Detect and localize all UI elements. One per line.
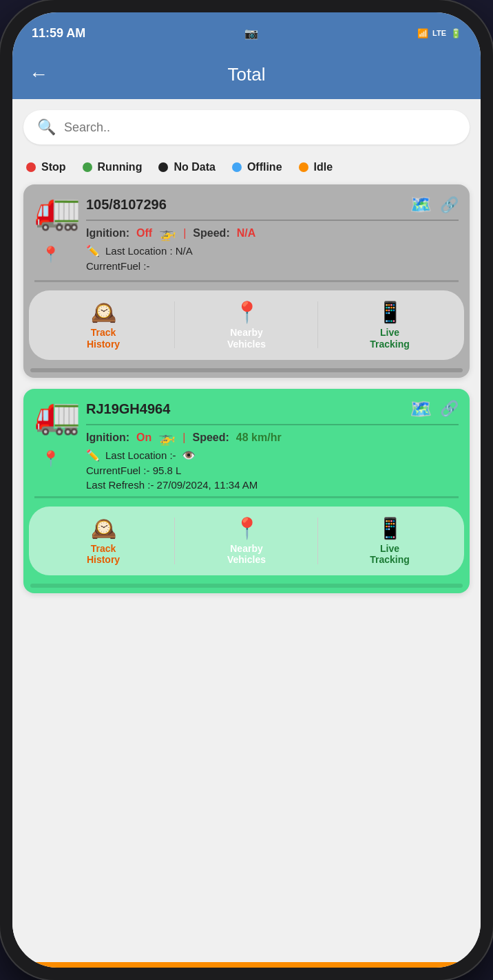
speed-val-2: 48 km/hr bbox=[236, 432, 282, 444]
search-input[interactable] bbox=[64, 120, 456, 135]
vehicle-id-1: 105/8107296 bbox=[86, 197, 167, 213]
nodata-dot bbox=[158, 162, 168, 172]
share-icon-1[interactable]: 🔗 bbox=[440, 196, 459, 214]
location-row-2: ✏️ Last Location :- 👁️ bbox=[86, 449, 459, 462]
vehicle-id-2: RJ19GH4964 bbox=[86, 401, 170, 417]
phone-screen: 11:59 AM 📷 📶 LTE 🔋 ← Total 🔍 bbox=[12, 12, 481, 968]
card-body-1: 🚛📍 105/8107296 🗺️ 🔗 bbox=[23, 184, 470, 275]
vehicle-card-1: 🚛📍 105/8107296 🗺️ 🔗 bbox=[23, 184, 470, 378]
stop-dot bbox=[26, 162, 36, 172]
fuel-row-1: CurrentFuel :- bbox=[86, 260, 459, 272]
app-header: ← Total bbox=[12, 54, 481, 99]
legend-stop: Stop bbox=[26, 161, 66, 173]
wifi-icon: 📶 bbox=[417, 28, 428, 39]
status-right-icons: 📶 LTE 🔋 bbox=[417, 28, 461, 39]
card-body-2: 🚛📍 RJ19GH4964 🗺️ 🔗 bbox=[23, 389, 470, 491]
truck-icon-2: 🚛📍 bbox=[34, 393, 81, 479]
search-icon: 🔍 bbox=[37, 118, 56, 136]
card-action-icons-2: 🗺️ 🔗 bbox=[410, 398, 459, 420]
location-row-1: ✏️ Last Location : N/A bbox=[86, 244, 459, 257]
status-time: 11:59 AM bbox=[32, 26, 85, 41]
phone-frame: 11:59 AM 📷 📶 LTE 🔋 ← Total 🔍 bbox=[0, 0, 493, 980]
divider-2 bbox=[86, 424, 459, 425]
edit-icon-1[interactable]: ✏️ bbox=[86, 244, 100, 257]
speed-label-1: Speed: bbox=[193, 227, 229, 239]
running-dot bbox=[83, 162, 92, 172]
track-history-icon-1: 🕰️ bbox=[91, 300, 116, 324]
bottom-accent-2 bbox=[30, 584, 463, 588]
helicopter-icon-1: 🚁 bbox=[159, 225, 176, 242]
vehicle-card-2: 🚛📍 RJ19GH4964 🗺️ 🔗 bbox=[23, 389, 470, 594]
legend-offline: Offline bbox=[232, 161, 282, 173]
nearby-vehicles-btn-2[interactable]: 📍 NearbyVehicles bbox=[175, 512, 318, 571]
track-history-btn-1[interactable]: 🕰️ TrackHistory bbox=[32, 296, 175, 354]
eye-icon-2[interactable]: 👁️ bbox=[182, 449, 196, 462]
offline-label: Offline bbox=[247, 161, 282, 173]
live-tracking-icon-2: 📱 bbox=[377, 516, 403, 540]
fuel-row-2: CurrentFuel :- 95.8 L bbox=[86, 465, 459, 476]
bottom-bar bbox=[12, 962, 481, 968]
last-location-2: Last Location :- bbox=[105, 449, 176, 461]
ignition-label-1: Ignition: bbox=[86, 227, 129, 239]
status-legend: Stop Running No Data Offline Idle bbox=[23, 156, 470, 184]
share-icon-2[interactable]: 🔗 bbox=[440, 400, 459, 418]
ignition-val-2: On bbox=[136, 432, 151, 444]
legend-running: Running bbox=[83, 161, 143, 173]
battery-icon: 🔋 bbox=[450, 28, 461, 39]
truck-icon-1: 🚛📍 bbox=[34, 189, 81, 275]
current-fuel-1: CurrentFuel :- bbox=[86, 260, 150, 272]
ignition-label-2: Ignition: bbox=[86, 432, 129, 444]
offline-dot bbox=[232, 162, 242, 172]
track-history-label-1: TrackHistory bbox=[87, 327, 120, 350]
nearby-icon-1: 📍 bbox=[234, 300, 260, 324]
card-divider-1 bbox=[34, 280, 459, 282]
running-label: Running bbox=[98, 161, 143, 173]
ignition-row-2: Ignition: On 🚁 | Speed: 48 km/hr bbox=[86, 429, 459, 446]
edit-icon-2[interactable]: ✏️ bbox=[86, 449, 100, 462]
pipe-2: | bbox=[182, 432, 185, 444]
live-tracking-btn-1[interactable]: 📱 LiveTracking bbox=[318, 296, 461, 354]
speed-val-1: N/A bbox=[237, 227, 256, 239]
bottom-accent-1 bbox=[30, 368, 463, 372]
track-history-icon-2: 🕰️ bbox=[91, 516, 116, 540]
signal-icon: LTE bbox=[432, 29, 446, 37]
live-tracking-label-1: LiveTracking bbox=[370, 327, 410, 350]
nearby-icon-2: 📍 bbox=[234, 516, 260, 540]
helicopter-icon-2: 🚁 bbox=[158, 429, 176, 446]
google-maps-icon-1[interactable]: 🗺️ bbox=[410, 194, 432, 215]
last-refresh-2: Last Refresh :- 27/09/2024, 11:34 AM bbox=[86, 479, 459, 491]
google-maps-icon-2[interactable]: 🗺️ bbox=[410, 398, 432, 420]
track-history-btn-2[interactable]: 🕰️ TrackHistory bbox=[32, 512, 175, 571]
ignition-val-1: Off bbox=[136, 227, 152, 239]
pipe-1: | bbox=[183, 227, 186, 239]
search-bar[interactable]: 🔍 bbox=[23, 110, 470, 145]
main-content: 🔍 Stop Running No Data bbox=[12, 99, 481, 962]
stop-label: Stop bbox=[41, 161, 66, 173]
nodata-label: No Data bbox=[174, 161, 215, 173]
card-actions-2: 🕰️ TrackHistory 📍 NearbyVehicles 📱 LiveT… bbox=[29, 507, 464, 576]
status-center-icons: 📷 bbox=[244, 27, 258, 40]
idle-dot bbox=[299, 162, 308, 172]
ignition-row-1: Ignition: Off 🚁 | Speed: N/A bbox=[86, 225, 459, 242]
card-top-row-2: 🚛📍 RJ19GH4964 🗺️ 🔗 bbox=[34, 398, 459, 491]
camera-icon: 📷 bbox=[244, 27, 258, 40]
back-button[interactable]: ← bbox=[29, 63, 48, 85]
card-divider-2 bbox=[34, 496, 459, 498]
track-history-label-2: TrackHistory bbox=[87, 543, 120, 566]
nearby-vehicles-btn-1[interactable]: 📍 NearbyVehicles bbox=[175, 296, 318, 354]
nearby-label-2: NearbyVehicles bbox=[227, 543, 266, 566]
divider-1 bbox=[86, 220, 459, 221]
legend-nodata: No Data bbox=[158, 161, 215, 173]
status-bar: 11:59 AM 📷 📶 LTE 🔋 bbox=[12, 12, 481, 54]
last-location-1: Last Location : N/A bbox=[105, 245, 193, 257]
live-tracking-btn-2[interactable]: 📱 LiveTracking bbox=[318, 512, 461, 571]
page-title: Total bbox=[62, 64, 431, 85]
nearby-label-1: NearbyVehicles bbox=[227, 327, 266, 350]
legend-idle: Idle bbox=[299, 161, 333, 173]
idle-label: Idle bbox=[314, 161, 333, 173]
current-fuel-2: CurrentFuel :- 95.8 L bbox=[86, 465, 181, 476]
speed-label-2: Speed: bbox=[192, 432, 229, 444]
live-tracking-label-2: LiveTracking bbox=[370, 543, 410, 566]
card-actions-1: 🕰️ TrackHistory 📍 NearbyVehicles 📱 LiveT… bbox=[29, 290, 464, 360]
card-top-row-1: 🚛📍 105/8107296 🗺️ 🔗 bbox=[34, 194, 459, 275]
